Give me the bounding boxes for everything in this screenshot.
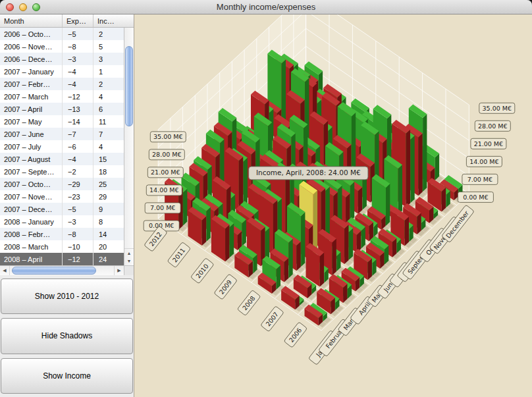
table-row[interactable]: 2006 – Dece…−33	[0, 53, 124, 65]
svg-text:14.00 M€: 14.00 M€	[469, 158, 498, 165]
scroll-right-icon[interactable]: ▶	[114, 266, 124, 275]
scroll-down-icon[interactable]: ▼	[124, 257, 134, 266]
scroll-left-icon[interactable]: ◀	[0, 266, 10, 275]
table-cell-exp: −4	[63, 153, 93, 165]
show-income-button[interactable]: Show Income	[1, 358, 133, 394]
table-cell-inc: 14	[93, 228, 121, 240]
horizontal-scroll-track[interactable]	[10, 266, 114, 275]
table-cell-inc: 25	[93, 178, 121, 190]
table-cell-inc: 24	[93, 253, 121, 265]
year-axis-label: 2007	[261, 306, 284, 332]
horizontal-scrollbar[interactable]: ◀ ▶	[0, 265, 124, 275]
table-cell-inc: 5	[93, 40, 121, 53]
table-cell-exp: −8	[63, 40, 93, 53]
table-row[interactable]: 2007 – April−136	[0, 103, 124, 115]
value-axis-label-right: 0.00 M€	[458, 192, 493, 202]
table-row[interactable]: 2008 – April−1224	[0, 253, 124, 265]
table-row[interactable]: 2008 – January−38	[0, 215, 124, 228]
table-cell-month: 2007 – Nove…	[0, 190, 63, 203]
table-row[interactable]: 2007 – January−41	[0, 65, 124, 78]
show-range-button[interactable]: Show 2010 - 2012	[1, 278, 133, 314]
table-cell-exp: −29	[63, 178, 93, 190]
svg-text:28.00 M€: 28.00 M€	[152, 151, 181, 158]
table-cell-inc: 3	[93, 53, 121, 65]
table-cell-exp: −23	[63, 190, 93, 203]
svg-text:0.00 M€: 0.00 M€	[463, 194, 488, 201]
table-cell-month: 2007 – August	[0, 153, 63, 165]
value-axis-label-right: 35.00 M€	[479, 103, 515, 113]
scrollbar-corner	[124, 265, 134, 275]
scroll-up-icon[interactable]: ▲	[124, 249, 134, 257]
value-axis-label-left: 35.00 M€	[150, 132, 186, 142]
table-cell-exp: −12	[63, 253, 93, 265]
vertical-scroll-arrows: ▲ ▼	[124, 248, 134, 265]
table-cell-inc: 8	[93, 215, 121, 228]
table-cell-inc: 18	[93, 165, 121, 178]
table-row[interactable]: 2007 – Nove…−2329	[0, 190, 124, 203]
table-cell-month: 2007 – Febr…	[0, 78, 63, 90]
table-cell-inc: 15	[93, 153, 121, 165]
table-row[interactable]: 2007 – July−64	[0, 140, 124, 153]
column-header-expenses[interactable]: Exp…	[63, 14, 93, 27]
table-cell-exp: −5	[63, 28, 93, 40]
svg-text:Income, April, 2008: 24.00 M€: Income, April, 2008: 24.00 M€	[256, 169, 361, 176]
button-panel: Show 2010 - 2012 Hide Shadows Show Incom…	[0, 275, 134, 397]
horizontal-scroll-thumb[interactable]	[12, 267, 96, 275]
value-axis-label-right: 14.00 M€	[466, 156, 502, 167]
table-cell-inc: 7	[93, 128, 121, 140]
table-cell-month: 2007 – June	[0, 128, 63, 140]
table-row[interactable]: 2007 – Febr…−42	[0, 78, 124, 90]
table-cell-inc: 20	[93, 240, 121, 253]
table-row[interactable]: 2008 – March−1020	[0, 240, 124, 253]
year-axis-label: 2008	[237, 290, 261, 315]
chart-area[interactable]: 0.00 M€0.00 M€7.00 M€7.00 M€14.00 M€14.0…	[134, 14, 532, 397]
table-cell-inc: 11	[93, 115, 121, 128]
table-row[interactable]: 2006 – Nove…−85	[0, 40, 124, 53]
svg-text:35.00 M€: 35.00 M€	[153, 133, 182, 140]
bar-chart-3d[interactable]: 0.00 M€0.00 M€7.00 M€7.00 M€14.00 M€14.0…	[134, 14, 532, 397]
table-cell-month: 2007 – May	[0, 115, 63, 128]
table-cell-inc: 29	[93, 190, 121, 203]
table-cell-month: 2007 – April	[0, 103, 63, 115]
table-row[interactable]: 2006 – Octo…−52	[0, 28, 124, 40]
zoom-button[interactable]	[32, 3, 40, 11]
table-cell-month: 2006 – Nove…	[0, 40, 63, 53]
svg-text:14.00 M€: 14.00 M€	[149, 186, 178, 194]
table-cell-exp: −12	[63, 90, 93, 103]
table-header[interactable]: Month Exp… Inc…	[0, 14, 134, 28]
column-header-month[interactable]: Month	[0, 14, 63, 27]
table-row[interactable]: 2007 – Dece…−59	[0, 203, 124, 215]
table-cell-month: 2007 – Septe…	[0, 165, 63, 178]
close-button[interactable]	[6, 3, 14, 11]
year-axis-label: 2009	[214, 274, 238, 300]
svg-text:7.00 M€: 7.00 M€	[150, 204, 175, 211]
vertical-scroll-thumb[interactable]	[125, 46, 133, 126]
table-row[interactable]: 2007 – August−415	[0, 153, 124, 165]
minimize-button[interactable]	[19, 3, 27, 11]
value-axis-label-right: 7.00 M€	[462, 174, 498, 184]
table-row[interactable]: 2007 – Octo…−2925	[0, 178, 124, 190]
table-cell-exp: −4	[63, 78, 93, 90]
window-titlebar[interactable]: Monthly income/expenses	[0, 0, 532, 14]
table-cell-exp: −14	[63, 115, 93, 128]
column-header-income[interactable]: Inc…	[93, 14, 124, 27]
table-cell-month: 2007 – January	[0, 65, 63, 78]
table-cell-exp: −10	[63, 240, 93, 253]
data-table: Month Exp… Inc… 2006 – Octo…−522006 – No…	[0, 14, 134, 275]
vertical-scrollbar[interactable]: ▲ ▼	[124, 28, 134, 265]
svg-text:7.00 M€: 7.00 M€	[467, 176, 492, 183]
svg-text:35.00 M€: 35.00 M€	[483, 105, 512, 112]
table-row[interactable]: 2008 – Febr…−814	[0, 228, 124, 240]
value-axis-label-left: 28.00 M€	[149, 149, 184, 160]
table-row[interactable]: 2007 – May−1411	[0, 115, 124, 128]
hide-shadows-button[interactable]: Hide Shadows	[1, 318, 133, 354]
table-row[interactable]: 2007 – June−77	[0, 128, 124, 140]
svg-text:21.00 M€: 21.00 M€	[474, 140, 503, 147]
table-body: 2006 – Octo…−522006 – Nove…−852006 – Dec…	[0, 28, 124, 265]
table-cell-inc: 2	[93, 28, 121, 40]
table-row[interactable]: 2007 – March−124	[0, 90, 124, 103]
table-cell-exp: −2	[63, 165, 93, 178]
table-row[interactable]: 2007 – Septe…−218	[0, 165, 124, 178]
table-cell-exp: −3	[63, 53, 93, 65]
year-axis-label: 2011	[167, 242, 191, 267]
